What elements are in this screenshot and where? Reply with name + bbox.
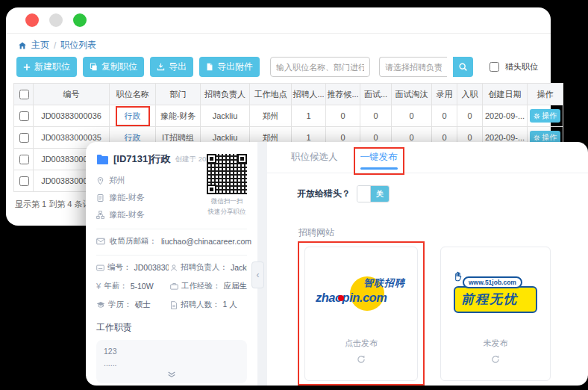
- breadcrumb-home[interactable]: 主页: [31, 39, 49, 52]
- col-hired: 录用: [432, 84, 457, 105]
- collapse-pane-handle[interactable]: ‹: [251, 261, 264, 288]
- headhunter-checkbox[interactable]: [490, 62, 499, 72]
- zhaopin-logo-url: zhaopin.com: [316, 291, 387, 305]
- job-detail-dialog: [ID7131]行政 创建于 2020/09 郑州 豫能-财务 豫能-财务 微信…: [86, 142, 588, 386]
- detail-tabs: 职位候选人 一键发布: [281, 151, 575, 170]
- count-recommended[interactable]: 0: [326, 105, 360, 127]
- window-minimize-button[interactable]: [49, 13, 63, 27]
- expand-duties-button[interactable]: [104, 370, 240, 380]
- search-button[interactable]: [453, 57, 473, 77]
- graduation-cap-icon: [96, 301, 105, 309]
- col-openings: 招聘人...: [292, 84, 326, 105]
- job-location-row: 郑州: [96, 175, 193, 186]
- job-department: 豫能-财务: [156, 105, 201, 127]
- zhaopin-logo-cn: 智联招聘: [363, 276, 405, 290]
- col-id: 编号: [34, 84, 110, 105]
- col-interview: 面试...: [360, 84, 392, 105]
- col-title: 职位名称: [110, 84, 156, 105]
- job-location: 郑州: [250, 105, 292, 127]
- job-education-field: 学历：硕士: [96, 300, 169, 310]
- job-recruiter-field: 招聘负责人：Jackliu: [170, 262, 247, 273]
- active-tab-indicator: [360, 167, 398, 170]
- count-onboard[interactable]: 0: [457, 105, 483, 127]
- id-card-icon: [96, 264, 104, 271]
- toolbar: 新建职位 复制职位 导出 导出附件 猎头职位: [6, 53, 551, 80]
- col-actions: 操作: [528, 84, 563, 105]
- qr-code: [207, 154, 247, 194]
- duties-line: ......: [104, 358, 240, 370]
- breadcrumb-separator: /: [54, 40, 56, 51]
- window-maximize-button[interactable]: [73, 13, 87, 27]
- site-status: 点击发布: [305, 338, 417, 349]
- document-icon: [96, 194, 104, 202]
- qr-caption-line1: 微信扫一扫: [205, 196, 248, 207]
- col-created: 创建日期: [483, 84, 528, 105]
- headhunter-toggle[interactable]: 关: [357, 185, 390, 202]
- export-button[interactable]: 导出: [150, 57, 193, 77]
- export-attachments-button[interactable]: 导出附件: [199, 57, 260, 77]
- refresh-icon: [357, 355, 366, 364]
- job-department-row: 豫能-财务: [96, 192, 193, 203]
- job-headcount-field: 招聘人数：1 人: [170, 300, 247, 310]
- row-checkbox[interactable]: [19, 133, 29, 143]
- window-titlebar: [6, 7, 551, 34]
- job-org-row: 豫能-财务: [96, 209, 193, 220]
- job-attributes: 编号：JD00383000036 招聘负责人：Jackliu ¥ 年薪：5-10…: [96, 262, 247, 310]
- col-recommended: 推荐候...: [326, 84, 360, 105]
- duties-section-title: 工作职责: [96, 321, 247, 334]
- duties-card: 123 ......: [96, 340, 247, 383]
- col-rejected: 面试淘汰: [392, 84, 432, 105]
- col-location: 工作地点: [250, 84, 292, 105]
- job51-logo-url: www.51job.com: [463, 276, 522, 288]
- tab-one-click-publish[interactable]: 一键发布: [360, 151, 398, 170]
- recruiter-select-input[interactable]: [379, 57, 447, 77]
- publish-pane: 职位候选人 一键发布 开放给猎头？ 关 招聘网站 智联招聘: [267, 142, 588, 386]
- breadcrumb-current: 职位列表: [60, 39, 96, 52]
- headhunter-toggle-label: 开放给猎头？: [297, 188, 351, 200]
- row-checkbox[interactable]: [19, 111, 29, 121]
- site-card-zhaopin[interactable]: 智联招聘 zhaopin.com 点击发布: [304, 247, 418, 381]
- home-icon: [18, 41, 27, 50]
- chevron-double-down-icon: [104, 371, 240, 378]
- job51-logo-cn: 前程无忧: [454, 286, 537, 313]
- job-title-link[interactable]: 行政: [125, 133, 141, 142]
- window-close-button[interactable]: [25, 13, 39, 27]
- job-created-date: 2020-09-...: [483, 105, 528, 127]
- share-qr-block: 微信扫一扫 快速分享职位: [205, 154, 248, 217]
- headhunter-filter[interactable]: 猎头职位: [487, 60, 538, 74]
- count-rejected[interactable]: 0: [392, 105, 432, 127]
- new-job-button[interactable]: 新建职位: [16, 57, 77, 77]
- tab-candidates[interactable]: 职位候选人: [291, 151, 338, 170]
- location-pin-icon: [96, 176, 104, 185]
- job-summary-pane: [ID7131]行政 创建于 2020/09 郑州 豫能-财务 豫能-财务 微信…: [86, 142, 257, 386]
- job-id: JD00383000036: [34, 105, 110, 127]
- site-card-51job[interactable]: www.51job.com 前程无忧 未发布: [440, 247, 551, 381]
- breadcrumb: 主页 / 职位列表: [6, 34, 551, 53]
- file-icon: [206, 63, 213, 71]
- count-hired[interactable]: 0: [432, 105, 457, 127]
- page-icon: [170, 301, 178, 309]
- refresh-status-button[interactable]: [305, 355, 417, 364]
- zhaopin-logo: 智联招聘 zhaopin.com: [316, 274, 407, 315]
- row-actions-button[interactable]: 操作: [530, 109, 560, 123]
- job-title-link[interactable]: 行政: [125, 111, 141, 120]
- copy-icon: [90, 63, 98, 71]
- job-recruiter: Jackliu: [201, 105, 250, 127]
- row-checkbox[interactable]: [19, 155, 29, 164]
- table-header-row: 编号 职位名称 部门 招聘负责人 工作地点 招聘人... 推荐候... 面试..…: [14, 84, 563, 105]
- count-openings: 1: [292, 105, 326, 127]
- duties-line: 123: [104, 346, 240, 358]
- count-interview[interactable]: 0: [360, 105, 392, 127]
- hand-icon: [452, 270, 463, 282]
- copy-job-button[interactable]: 复制职位: [83, 57, 144, 77]
- refresh-status-button[interactable]: [441, 355, 550, 364]
- job-detail-title: [ID7131]行政: [113, 152, 171, 166]
- toggle-handle: [357, 186, 371, 202]
- job-search-input[interactable]: [270, 57, 370, 77]
- row-checkbox[interactable]: [19, 176, 29, 186]
- search-icon: [458, 62, 468, 72]
- table-row: JD00383000036 行政 豫能-财务 Jackliu 郑州 1 0 0 …: [14, 105, 563, 127]
- refresh-icon: [491, 355, 500, 364]
- qr-caption-line2: 快速分享职位: [205, 207, 248, 217]
- select-all-checkbox[interactable]: [19, 90, 29, 99]
